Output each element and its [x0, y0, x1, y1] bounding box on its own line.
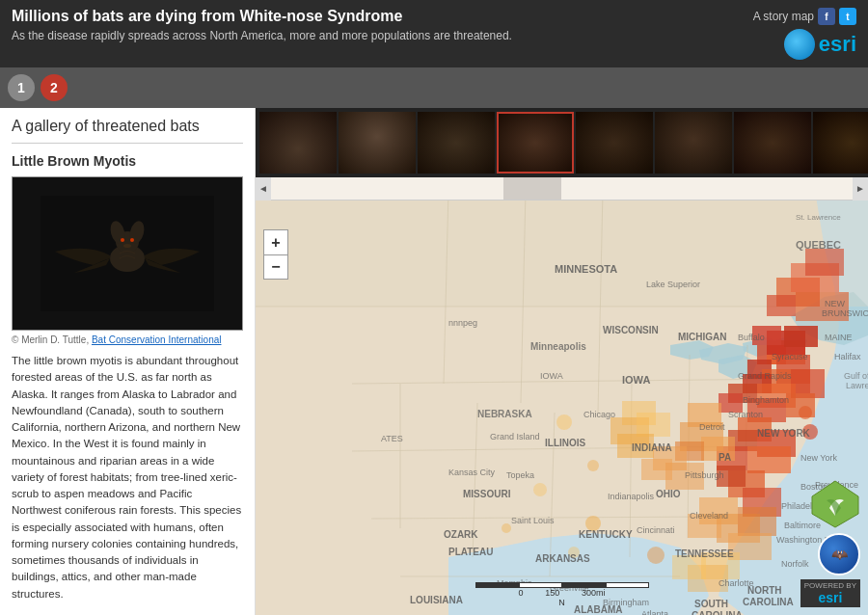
story-map-label: A story map f t: [753, 8, 856, 25]
svg-text:Chicago: Chicago: [583, 410, 615, 419]
thumbnail-6[interactable]: [655, 112, 732, 174]
svg-text:Buffalo: Buffalo: [738, 333, 765, 342]
esri-powered-text: esri: [818, 590, 842, 605]
svg-text:IOWA: IOWA: [622, 374, 650, 386]
svg-text:Charlotte: Charlotte: [719, 578, 754, 588]
svg-text:Syracuse: Syracuse: [772, 352, 808, 361]
bat-image-container: [12, 176, 243, 331]
svg-text:BRUNSWICK: BRUNSWICK: [822, 308, 868, 318]
nav-arrow-right[interactable]: ►: [853, 177, 868, 201]
esri-text: esri: [819, 32, 856, 57]
svg-text:Indianapolis: Indianapolis: [608, 492, 655, 501]
zoom-controls: + −: [263, 229, 288, 280]
svg-text:Gulf of St.: Gulf of St.: [844, 371, 868, 381]
svg-text:OHIO: OHIO: [656, 489, 681, 499]
svg-point-78: [799, 406, 812, 419]
map-svg: MINNESOTA Lake Superior MICHIGAN WISCONS…: [256, 201, 868, 615]
svg-text:IOWA: IOWA: [540, 371, 563, 381]
svg-point-6: [130, 238, 134, 242]
svg-text:INDIANA: INDIANA: [632, 442, 672, 453]
facebook-icon[interactable]: f: [818, 8, 835, 25]
svg-text:ARKANSAS: ARKANSAS: [535, 553, 590, 564]
thumbnail-5[interactable]: [576, 112, 653, 174]
scale-unit: N: [558, 598, 565, 607]
svg-text:PA: PA: [719, 452, 731, 463]
thumbnail-4[interactable]: [497, 112, 574, 174]
bat-image: [12, 176, 243, 331]
svg-text:NEW YORK: NEW YORK: [757, 428, 811, 439]
zoom-in-button[interactable]: +: [263, 229, 288, 254]
svg-text:LOUISIANA: LOUISIANA: [410, 595, 463, 605]
svg-point-71: [556, 414, 572, 430]
photo-credit-link[interactable]: Bat Conservation International: [92, 334, 222, 345]
svg-text:Lake Superior: Lake Superior: [646, 280, 700, 289]
svg-text:ATES: ATES: [381, 434, 403, 443]
svg-text:Grand Rapids: Grand Rapids: [738, 371, 792, 381]
thumbnail-1[interactable]: [259, 112, 337, 174]
scale-bar: 0 150 300mi N: [475, 582, 649, 607]
twitter-icon[interactable]: t: [839, 8, 856, 25]
bat-illustration: [41, 196, 214, 311]
svg-text:NEW: NEW: [825, 299, 846, 308]
header-right: A story map f t esri: [753, 8, 856, 60]
tabs-row: 1 2: [0, 67, 868, 108]
svg-point-5: [121, 238, 124, 242]
svg-rect-63: [637, 413, 670, 437]
svg-text:WISCONSIN: WISCONSIN: [603, 325, 659, 335]
svg-rect-50: [784, 326, 818, 347]
map-logos: 🦇 POWERED BY esri: [800, 479, 860, 607]
svg-point-72: [587, 460, 599, 471]
powered-by-text: POWERED BY: [804, 581, 856, 590]
header-left: Millions of bats are dying from White-no…: [12, 8, 753, 42]
svg-text:Atlanta: Atlanta: [641, 609, 668, 615]
tab-2[interactable]: 2: [41, 74, 68, 101]
svg-text:QUEBEC: QUEBEC: [796, 239, 841, 251]
page-title: Millions of bats are dying from White-no…: [12, 8, 753, 25]
svg-rect-55: [767, 295, 796, 316]
scale-seg-4: [606, 582, 649, 588]
nav-arrow-left[interactable]: ◄: [256, 177, 271, 201]
svg-text:St. Lawrence: St. Lawrence: [796, 213, 841, 222]
zoom-out-button[interactable]: −: [263, 254, 288, 280]
page-subtitle: As the disease rapidly spreads across No…: [12, 29, 753, 42]
gallery-title: A gallery of threatened bats: [12, 118, 243, 135]
svg-text:Saint Louis: Saint Louis: [511, 516, 555, 525]
svg-text:SOUTH: SOUTH: [694, 599, 728, 609]
svg-text:New York: New York: [800, 453, 838, 463]
map-canvas[interactable]: MINNESOTA Lake Superior MICHIGAN WISCONS…: [256, 201, 868, 615]
svg-text:OZARK: OZARK: [444, 529, 478, 540]
svg-text:Pittsburgh: Pittsburgh: [685, 470, 724, 480]
photo-credit-text: © Merlin D. Tuttle,: [12, 334, 89, 345]
thumbnail-strip: [256, 108, 868, 177]
svg-point-73: [533, 483, 547, 496]
nav-scroll-area[interactable]: [271, 177, 853, 200]
sidebar: A gallery of threatened bats Little Brow…: [0, 108, 256, 615]
tab-1[interactable]: 1: [8, 74, 35, 101]
map-area: ◄ ►: [256, 108, 868, 615]
sidebar-divider: [12, 143, 243, 144]
svg-point-74: [502, 523, 511, 533]
svg-text:Topeka: Topeka: [506, 470, 534, 480]
header: Millions of bats are dying from White-no…: [0, 0, 868, 67]
svg-rect-9: [256, 201, 868, 307]
svg-text:Detroit: Detroit: [699, 422, 725, 432]
main-content: A gallery of threatened bats Little Brow…: [0, 108, 868, 615]
svg-text:Kansas City: Kansas City: [448, 468, 496, 477]
bat-name: Little Brown Myotis: [12, 153, 243, 169]
thumbnail-8[interactable]: [813, 112, 868, 174]
blue-badge-logo: 🦇: [818, 533, 860, 575]
svg-text:Lawrence: Lawrence: [846, 381, 868, 390]
powered-by-esri: POWERED BY esri: [800, 579, 860, 607]
svg-text:KENTUCKY: KENTUCKY: [579, 529, 633, 540]
svg-rect-59: [738, 507, 776, 536]
svg-text:CAROLINA: CAROLINA: [743, 597, 794, 607]
scale-labels: 0 150 300mi: [519, 588, 606, 598]
scale-150: 150: [545, 588, 559, 598]
svg-text:ILLINOIS: ILLINOIS: [545, 438, 586, 448]
thumbnail-7[interactable]: [734, 112, 811, 174]
thumbnail-3[interactable]: [418, 112, 495, 174]
svg-text:MAINE: MAINE: [825, 333, 853, 342]
thumbnail-2[interactable]: [339, 112, 416, 174]
svg-point-77: [647, 547, 665, 564]
map-nav-bar: ◄ ►: [256, 177, 868, 201]
